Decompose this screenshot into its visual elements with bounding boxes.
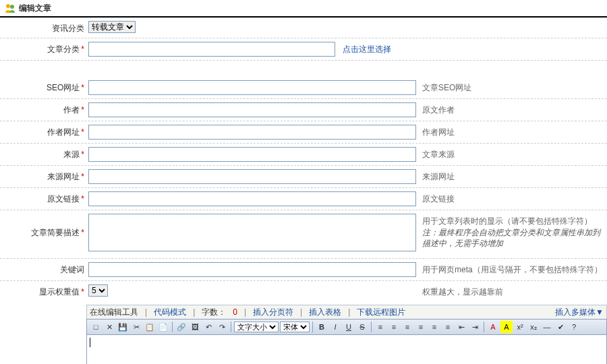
tool-undo-icon[interactable]: ↶ bbox=[202, 321, 214, 333]
label-summary: 文章简要描述 bbox=[31, 228, 80, 237]
row-keywords: 关键词 用于网页meta（用逗号隔开，不要包括特殊字符） bbox=[0, 259, 607, 281]
hint-source-url: 来源网址 bbox=[422, 169, 607, 183]
select-font-size[interactable]: 文字大小 bbox=[234, 322, 279, 332]
tool-help-icon[interactable]: ? bbox=[568, 321, 580, 333]
label-seo-url: SEO网址 bbox=[47, 83, 80, 92]
select-info-category[interactable]: 转载文章 bbox=[88, 21, 136, 33]
tool-italic-icon[interactable]: I bbox=[329, 321, 341, 333]
title-bar: 编辑文章 bbox=[0, 0, 607, 18]
label-author-url: 作者网址 bbox=[47, 127, 80, 137]
row-original-link: 原文链接* 原文链接 bbox=[0, 188, 607, 210]
required-mark: * bbox=[81, 287, 84, 297]
tool-cut-icon[interactable]: ✂ bbox=[130, 321, 142, 333]
required-mark: * bbox=[81, 127, 84, 137]
input-original-link[interactable] bbox=[88, 191, 416, 206]
tool-underline-icon[interactable]: U bbox=[343, 321, 355, 333]
editor-tool-label: 在线编辑工具 bbox=[90, 307, 138, 318]
input-author[interactable] bbox=[88, 102, 416, 117]
tool-bold-icon[interactable]: B bbox=[316, 321, 328, 333]
required-mark: * bbox=[81, 228, 84, 237]
tool-new-icon[interactable]: □ bbox=[90, 321, 102, 333]
link-select-category[interactable]: 点击这里选择 bbox=[343, 44, 391, 54]
tool-align-left-icon[interactable]: ≡ bbox=[374, 321, 386, 333]
editor-toolbar: □ ✕ 💾 ✂ 📋 📄 🔗 🖼 ↶ ↷ 文字大小 宋体 B I U S ≡ ≡ … bbox=[86, 319, 607, 335]
hint-summary-2: 注：最终程序会自动把文章分类和文章属性串加到描述中，无需手动增加 bbox=[422, 227, 607, 250]
tool-image-icon[interactable]: 🖼 bbox=[189, 321, 201, 333]
link-insert-pagebreak[interactable]: 插入分页符 bbox=[253, 307, 293, 318]
tool-bg-color-icon[interactable]: A bbox=[500, 321, 513, 333]
hint-summary-1: 用于文章列表时的显示（请不要包括特殊字符） bbox=[422, 216, 607, 227]
tool-link-icon[interactable]: 🔗 bbox=[175, 321, 187, 333]
textarea-summary[interactable] bbox=[88, 214, 416, 251]
text-caret bbox=[90, 338, 604, 347]
char-count-label: 字数： bbox=[202, 307, 226, 318]
required-mark: * bbox=[81, 172, 84, 181]
hint-seo-url: 文章SEO网址 bbox=[422, 80, 607, 94]
svg-point-1 bbox=[10, 5, 14, 9]
hint-source: 文章来源 bbox=[422, 147, 607, 160]
hint-author: 原文作者 bbox=[422, 102, 607, 116]
input-source[interactable] bbox=[88, 147, 416, 162]
label-source-url: 来源网址 bbox=[47, 172, 80, 181]
tool-align-center-icon[interactable]: ≡ bbox=[388, 321, 400, 333]
link-insert-table[interactable]: 插入表格 bbox=[309, 307, 341, 318]
link-download-remote-image[interactable]: 下载远程图片 bbox=[357, 307, 405, 318]
required-mark: * bbox=[81, 194, 84, 204]
char-count-value: 0 bbox=[233, 307, 237, 318]
row-author-url: 作者网址* 作者网址 bbox=[0, 121, 607, 144]
hint-weight: 权重越大，显示越靠前 bbox=[422, 284, 607, 298]
input-author-url[interactable] bbox=[88, 125, 416, 140]
required-mark: * bbox=[81, 150, 84, 159]
tool-superscript-icon[interactable]: x² bbox=[514, 321, 526, 333]
row-source: 来源* 文章来源 bbox=[0, 144, 607, 166]
svg-point-0 bbox=[6, 4, 10, 8]
hint-author-url: 作者网址 bbox=[422, 125, 607, 138]
hint-original-link: 原文链接 bbox=[422, 191, 607, 205]
input-source-url[interactable] bbox=[88, 169, 416, 184]
label-weight: 显示权重值 bbox=[39, 287, 80, 297]
editor-content-area[interactable] bbox=[86, 335, 607, 364]
tool-copy-icon[interactable]: 📋 bbox=[144, 321, 156, 333]
tool-hr-icon[interactable]: — bbox=[541, 321, 553, 333]
required-mark: * bbox=[81, 44, 84, 54]
select-font-family[interactable]: 宋体 bbox=[280, 322, 310, 332]
label-keywords: 关键词 bbox=[60, 265, 84, 274]
tool-unordered-list-icon[interactable]: ≡ bbox=[442, 321, 454, 333]
label-source: 来源 bbox=[63, 150, 80, 159]
tool-redo-icon[interactable]: ↷ bbox=[216, 321, 228, 333]
people-icon bbox=[4, 2, 16, 14]
required-mark: * bbox=[81, 105, 84, 115]
editor-top-bar: 在线编辑工具 | 代码模式 | 字数：0 | 插入分页符 | 插入表格 | 下载… bbox=[86, 305, 607, 319]
page-title: 编辑文章 bbox=[19, 3, 51, 14]
input-article-category[interactable] bbox=[88, 42, 335, 57]
tool-outdent-icon[interactable]: ⇤ bbox=[455, 321, 467, 333]
row-info-category: 资讯分类 转载文章 bbox=[0, 18, 607, 38]
label-article-category: 文章分类 bbox=[47, 44, 80, 54]
input-keywords[interactable] bbox=[88, 262, 416, 277]
row-seo-url: SEO网址* 文章SEO网址 bbox=[0, 77, 607, 99]
tool-paste-icon[interactable]: 📄 bbox=[157, 321, 169, 333]
tool-indent-icon[interactable]: ⇥ bbox=[469, 321, 481, 333]
hint-keywords: 用于网页meta（用逗号隔开，不要包括特殊字符） bbox=[422, 262, 607, 276]
tool-strike-icon[interactable]: S bbox=[356, 321, 368, 333]
tool-align-right-icon[interactable]: ≡ bbox=[401, 321, 413, 333]
tool-spellcheck-icon[interactable]: ✔ bbox=[554, 321, 567, 333]
tool-font-color-icon[interactable]: A bbox=[487, 321, 499, 333]
tool-delete-icon[interactable]: ✕ bbox=[103, 321, 115, 333]
tool-save-icon[interactable]: 💾 bbox=[117, 321, 129, 333]
link-insert-media[interactable]: 插入多媒体▼ bbox=[555, 307, 604, 318]
row-weight: 显示权重值* 5 权重越大，显示越靠前 bbox=[0, 281, 607, 301]
label-info-category: 资讯分类 bbox=[52, 24, 84, 33]
rich-text-editor: 在线编辑工具 | 代码模式 | 字数：0 | 插入分页符 | 插入表格 | 下载… bbox=[0, 305, 607, 364]
required-mark: * bbox=[81, 83, 84, 92]
input-seo-url[interactable] bbox=[88, 80, 416, 95]
tool-ordered-list-icon[interactable]: ≡ bbox=[428, 321, 440, 333]
label-original-link: 原文链接 bbox=[47, 194, 80, 204]
link-code-mode[interactable]: 代码模式 bbox=[154, 307, 186, 318]
row-article-category: 文章分类* 点击这里选择 bbox=[0, 38, 607, 61]
tool-align-justify-icon[interactable]: ≡ bbox=[415, 321, 427, 333]
tool-subscript-icon[interactable]: x₂ bbox=[527, 321, 540, 333]
select-weight[interactable]: 5 bbox=[88, 284, 108, 297]
row-source-url: 来源网址* 来源网址 bbox=[0, 166, 607, 188]
row-summary: 文章简要描述* 用于文章列表时的显示（请不要包括特殊字符） 注：最终程序会自动把… bbox=[0, 210, 607, 259]
